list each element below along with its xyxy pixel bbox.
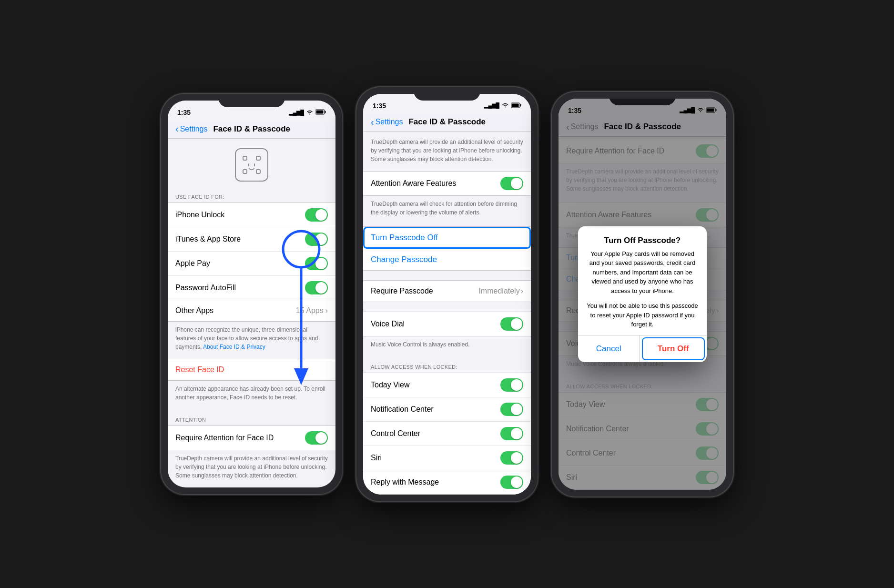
list-item-require-attention[interactable]: Require Attention for Face ID	[168, 426, 335, 450]
reset-note: An alternate appearance has already been…	[168, 381, 335, 409]
svg-rect-2	[316, 111, 324, 114]
toggle-appstore[interactable]	[305, 233, 328, 246]
item-label-today: Today View	[371, 381, 410, 389]
other-apps-value: 15 Apps ›	[296, 306, 328, 315]
list-item-autofill[interactable]: Password AutoFill	[168, 276, 335, 300]
use-faceid-header: USE FACE ID FOR:	[168, 186, 335, 203]
item-label-reply: Reply with Message	[371, 478, 439, 487]
item-label-autofill: Password AutoFill	[175, 284, 236, 292]
spacer-3	[363, 302, 531, 312]
attention-note: TrueDepth camera will provide an additio…	[168, 450, 335, 487]
list-item-appstore[interactable]: iTunes & App Store	[168, 227, 335, 252]
list-item-notification[interactable]: Notification Center	[363, 397, 531, 422]
battery-icon-1	[315, 109, 326, 116]
item-label-unlock: iPhone Unlock	[175, 211, 224, 219]
item-label-notification: Notification Center	[371, 405, 434, 414]
faceid-note: iPhone can recognize the unique, three-d…	[168, 322, 335, 359]
toggle-applepay[interactable]	[305, 257, 328, 270]
toggle-siri[interactable]	[500, 451, 523, 465]
phone-1: 1:35 ▂▄▆█ ‹ Settings Face ID & Passcode	[161, 94, 342, 494]
top-note-2: TrueDepth camera will provide an additio…	[363, 132, 531, 171]
toggle-autofill[interactable]	[305, 281, 328, 294]
notch-2	[414, 87, 480, 101]
list-item-voice-dial[interactable]: Voice Dial	[363, 312, 531, 336]
nav-bar-1: ‹ Settings Face ID & Passcode	[168, 121, 335, 139]
list-item-today[interactable]: Today View	[363, 373, 531, 397]
svg-rect-13	[520, 104, 521, 106]
list-item-turn-off[interactable]: Turn Passcode Off	[363, 227, 531, 249]
item-label-siri: Siri	[371, 454, 382, 462]
list-item-control[interactable]: Control Center	[363, 422, 531, 446]
list-item-unlock[interactable]: iPhone Unlock	[168, 203, 335, 227]
back-button-1[interactable]: ‹ Settings	[175, 123, 207, 134]
toggle-control[interactable]	[500, 427, 523, 440]
dialog-buttons: Cancel Turn Off	[578, 335, 707, 362]
dialog-confirm-button[interactable]: Turn Off	[642, 337, 705, 360]
back-label-1: Settings	[180, 125, 208, 133]
list-item-attention-aware[interactable]: Attention Aware Features	[363, 172, 531, 195]
attention-list: Require Attention for Face ID	[168, 426, 335, 450]
list-item-otherapps[interactable]: Other Apps 15 Apps ›	[168, 300, 335, 321]
back-button-2[interactable]: ‹ Settings	[371, 117, 403, 128]
attention-aware-group: Attention Aware Features	[363, 171, 531, 196]
other-apps-chevron: ›	[325, 306, 328, 315]
require-passcode-row[interactable]: Require Passcode Immediately ›	[363, 281, 531, 302]
dialog-content: Turn Off Passcode? Your Apple Pay cards …	[578, 226, 707, 335]
dialog-cancel-button[interactable]: Cancel	[578, 335, 640, 362]
phone-3: 1:35 ▂▄▆█ ‹ Settings Face ID & Passcode	[552, 92, 733, 497]
require-passcode-chevron: ›	[521, 287, 523, 295]
require-passcode-value: Immediately ›	[478, 287, 523, 295]
svg-rect-4	[256, 156, 260, 160]
dialog-overlay: Turn Off Passcode? Your Apple Pay cards …	[559, 99, 726, 490]
change-passcode-label: Change Passcode	[371, 255, 437, 264]
signal-icon-2: ▂▄▆█	[484, 102, 499, 109]
faceid-container	[168, 139, 335, 186]
status-icons-2: ▂▄▆█	[484, 102, 521, 109]
list-item-reply[interactable]: Reply with Message	[363, 470, 531, 494]
attention-header: ATTENTION	[168, 409, 335, 426]
toggle-attention-aware[interactable]	[500, 177, 523, 190]
battery-icon-2	[511, 102, 521, 109]
phone-2: 1:35 ▂▄▆█ ‹ Settings Face ID & Passcode …	[356, 87, 538, 501]
dialog-message-1: Your Apple Pay cards will be removed and…	[586, 249, 699, 296]
attention-sub-note: TrueDepth camera will check for attentio…	[363, 196, 531, 224]
back-chevron-1: ‹	[175, 123, 179, 134]
toggle-voice-dial[interactable]	[500, 317, 523, 331]
faceid-list: iPhone Unlock iTunes & App Store Apple P…	[168, 203, 335, 322]
faceid-link[interactable]: About Face ID & Privacy	[203, 344, 265, 350]
item-label-control: Control Center	[371, 429, 420, 438]
turn-off-dialog: Turn Off Passcode? Your Apple Pay cards …	[578, 226, 707, 362]
svg-rect-5	[243, 170, 247, 173]
list-item-change-passcode[interactable]: Change Passcode	[363, 249, 531, 270]
voice-dial-label: Voice Dial	[371, 320, 405, 328]
turn-passcode-label: Turn Passcode Off	[371, 233, 438, 243]
list-item-reset[interactable]: Reset Face ID	[168, 359, 335, 380]
toggle-notification[interactable]	[500, 403, 523, 416]
wifi-icon-1	[306, 110, 313, 116]
other-apps-count: 15 Apps	[296, 306, 324, 315]
nav-bar-2: ‹ Settings Face ID & Passcode	[363, 114, 531, 132]
toggle-unlock[interactable]	[305, 208, 328, 222]
reset-label: Reset Face ID	[175, 365, 224, 374]
toggle-reply[interactable]	[500, 476, 523, 489]
toggle-today[interactable]	[500, 378, 523, 392]
item-label-attention-aware: Attention Aware Features	[371, 179, 456, 188]
back-chevron-2: ‹	[371, 117, 374, 128]
item-label-otherapps: Other Apps	[175, 306, 213, 315]
list-item-applepay[interactable]: Apple Pay	[168, 252, 335, 276]
nav-title-2: Face ID & Passcode	[408, 117, 486, 127]
locked-list-2: Today View Notification Center Control C…	[363, 373, 531, 495]
status-icons-1: ▂▄▆█	[289, 109, 326, 116]
dialog-title: Turn Off Passcode?	[586, 236, 699, 245]
spacer-2	[363, 271, 531, 280]
back-label-2: Settings	[376, 118, 403, 126]
turn-passcode-highlight[interactable]: Turn Passcode Off	[363, 227, 531, 249]
svg-rect-14	[512, 103, 519, 107]
list-item-siri[interactable]: Siri	[363, 446, 531, 470]
screen-scroll-1[interactable]: USE FACE ID FOR: iPhone Unlock iTunes & …	[168, 139, 335, 487]
svg-rect-3	[243, 156, 247, 160]
dialog-message-2: You will not be able to use this passcod…	[586, 301, 699, 329]
signal-icon-1: ▂▄▆█	[289, 110, 304, 116]
toggle-require-attention[interactable]	[305, 431, 328, 445]
screen-scroll-2[interactable]: TrueDepth camera will provide an additio…	[363, 132, 531, 495]
